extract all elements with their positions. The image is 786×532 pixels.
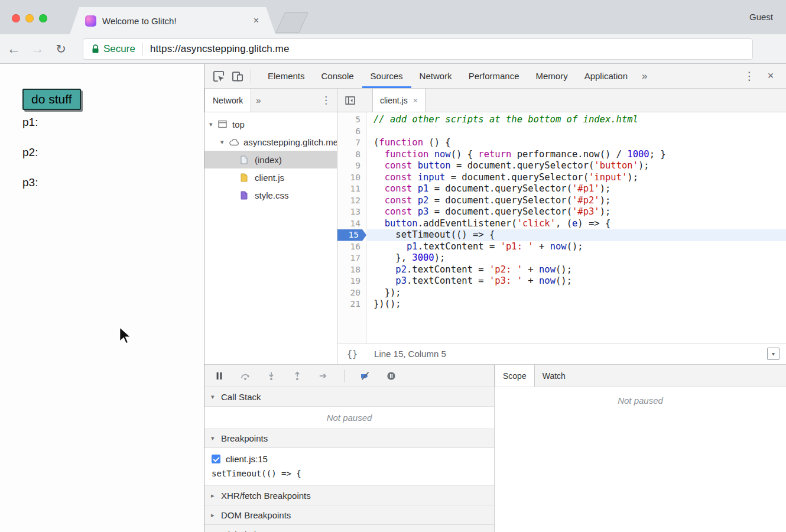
browser-tab[interactable]: Welcome to Glitch! ×	[70, 7, 275, 34]
line-number[interactable]: 19	[337, 275, 366, 287]
code-line[interactable]: function now() { return performance.now(…	[366, 149, 786, 161]
device-toolbar-icon[interactable]	[228, 67, 247, 86]
code-token: })();	[373, 299, 401, 309]
step-button[interactable]	[318, 371, 329, 381]
url-text[interactable]: https://asyncstepping.glitch.me	[150, 43, 290, 55]
reload-icon[interactable]: ↻	[51, 39, 71, 59]
devtools-tab-sources[interactable]: Sources	[362, 64, 411, 88]
breakpoints-section-header[interactable]: ▾ Breakpoints	[204, 429, 494, 448]
line-number[interactable]: 12	[337, 195, 366, 207]
devtools-tab-elements[interactable]: Elements	[259, 64, 313, 88]
breakpoint-entry[interactable]: client.js:15 setTimeout(() => {	[204, 448, 494, 486]
code-line[interactable]: })();	[366, 299, 786, 310]
code-line[interactable]: const p1 = document.querySelector('#p1')…	[366, 183, 786, 195]
code-line[interactable]: (function () {	[366, 137, 786, 149]
line-number[interactable]: 17	[337, 252, 366, 264]
line-number[interactable]: 13	[337, 206, 366, 218]
navigator-more-tabs-icon[interactable]: »	[251, 95, 265, 105]
section-header-xhr-fetch-breakpoints[interactable]: ▸XHR/fetch Breakpoints	[204, 486, 494, 505]
code-line[interactable]: p1.textContent = 'p1: ' + now();	[366, 241, 786, 253]
page-paragraphs: p1:p2:p3:	[22, 116, 38, 206]
devtools-tab-performance[interactable]: Performance	[460, 64, 528, 88]
line-number[interactable]: 9	[337, 160, 366, 172]
code-line[interactable]: p2.textContent = 'p2: ' + now();	[366, 264, 786, 276]
inspect-element-icon[interactable]	[209, 67, 228, 86]
editor-tab-close-icon[interactable]: ×	[413, 96, 418, 105]
devtools-tab-network[interactable]: Network	[411, 64, 460, 88]
close-window-button[interactable]	[12, 14, 20, 22]
line-number[interactable]: 14	[337, 218, 366, 230]
line-number[interactable]: 7	[337, 137, 366, 149]
code-token: e	[572, 218, 577, 229]
minimize-window-button[interactable]	[25, 14, 34, 22]
line-number[interactable]: 21	[337, 299, 366, 310]
pause-script-button[interactable]	[214, 371, 225, 381]
code-line[interactable]: p3.textContent = 'p3: ' + now();	[366, 275, 786, 287]
line-number[interactable]: 20	[337, 287, 366, 299]
code-line[interactable]: const input = document.querySelector('in…	[366, 172, 786, 184]
section-header-dom-breakpoints[interactable]: ▸DOM Breakpoints	[204, 505, 494, 525]
devtools-tab-console[interactable]: Console	[313, 64, 362, 88]
code-line[interactable]: const button = document.querySelector('b…	[366, 160, 786, 172]
tree-item-top[interactable]: ▾top	[204, 115, 337, 133]
code-area[interactable]: 5// add other scripts at the bottom of i…	[337, 112, 786, 343]
editor-tab-clientjs[interactable]: client.js ×	[372, 89, 426, 112]
code-line[interactable]: setTimeout(() => {	[366, 229, 786, 241]
call-stack-section-header[interactable]: ▾ Call Stack	[204, 387, 494, 407]
address-bar[interactable]: Secure https://asyncstepping.glitch.me	[83, 38, 753, 60]
lock-icon	[92, 44, 99, 54]
disclosure-triangle-icon[interactable]: ▾	[209, 121, 218, 128]
line-number[interactable]: 10	[337, 172, 366, 184]
forward-icon[interactable]: →	[27, 39, 47, 59]
section-header-global-listeners[interactable]: ▸Global Listeners	[204, 525, 494, 532]
line-number[interactable]: 11	[337, 183, 366, 195]
code-line[interactable]: });	[366, 287, 786, 299]
more-tabs-icon[interactable]: »	[636, 64, 653, 88]
new-tab-button[interactable]	[275, 12, 308, 33]
code-line[interactable]: button.addEventListener('click', (e) => …	[366, 218, 786, 230]
step-into-button[interactable]	[266, 371, 277, 381]
tree-item-asyncstepping-glitch-me[interactable]: ▾asyncstepping.glitch.me	[204, 133, 337, 151]
disclosure-triangle-icon[interactable]: ▾	[220, 138, 229, 146]
scope-tab-watch[interactable]: Watch	[535, 365, 573, 387]
tree-item-style-css[interactable]: style.css	[204, 186, 337, 204]
code-token: 'p1: '	[501, 241, 534, 252]
line-number[interactable]: 8	[337, 149, 366, 161]
code-line[interactable]: const p3 = document.querySelector('#p3')…	[366, 206, 786, 218]
code-token: );	[638, 160, 649, 171]
line-number[interactable]: 18	[337, 264, 366, 276]
line-number[interactable]: 5	[337, 114, 366, 126]
line-number[interactable]: 15	[337, 229, 366, 241]
code-line[interactable]: const p2 = document.querySelector('#p2')…	[366, 195, 786, 207]
step-over-button[interactable]	[240, 371, 251, 381]
code-line[interactable]: // add other scripts at the bottom of in…	[366, 114, 786, 126]
tab-close-icon[interactable]: ×	[252, 15, 260, 26]
pause-on-exceptions-button[interactable]	[386, 371, 397, 381]
deactivate-breakpoints-button[interactable]	[360, 371, 371, 381]
code-token	[373, 264, 395, 275]
devtools-tab-memory[interactable]: Memory	[528, 64, 576, 88]
expand-drawer-icon[interactable]: ▾	[767, 348, 779, 360]
do-stuff-button[interactable]: do stuff	[22, 89, 81, 110]
navigator-menu-icon[interactable]: ⋮	[315, 94, 337, 106]
zoom-window-button[interactable]	[39, 14, 47, 22]
tree-item--index-[interactable]: (index)	[204, 151, 337, 168]
devtools-close-icon[interactable]: ×	[760, 66, 781, 87]
pretty-print-icon[interactable]: {}	[347, 349, 358, 359]
code-row: 10 const input = document.querySelector(…	[337, 172, 786, 184]
devtools-tab-application[interactable]: Application	[576, 64, 636, 88]
code-line[interactable]	[366, 126, 786, 138]
code-row: 15 setTimeout(() => {	[337, 229, 786, 241]
devtools-menu-icon[interactable]: ⋮	[739, 66, 760, 87]
line-number[interactable]: 6	[337, 126, 366, 138]
code-line[interactable]: }, 3000);	[366, 252, 786, 264]
step-out-button[interactable]	[292, 371, 303, 381]
line-number[interactable]: 16	[337, 241, 366, 253]
tree-item-client-js[interactable]: client.js	[204, 168, 337, 186]
toggle-navigator-icon[interactable]	[345, 95, 356, 106]
scope-tab-scope[interactable]: Scope	[495, 365, 535, 387]
navigator-tab-network[interactable]: Network	[204, 89, 251, 112]
code-token: ) => {	[577, 218, 610, 229]
breakpoint-checkbox[interactable]	[212, 455, 220, 463]
back-icon[interactable]: ←	[4, 39, 24, 59]
